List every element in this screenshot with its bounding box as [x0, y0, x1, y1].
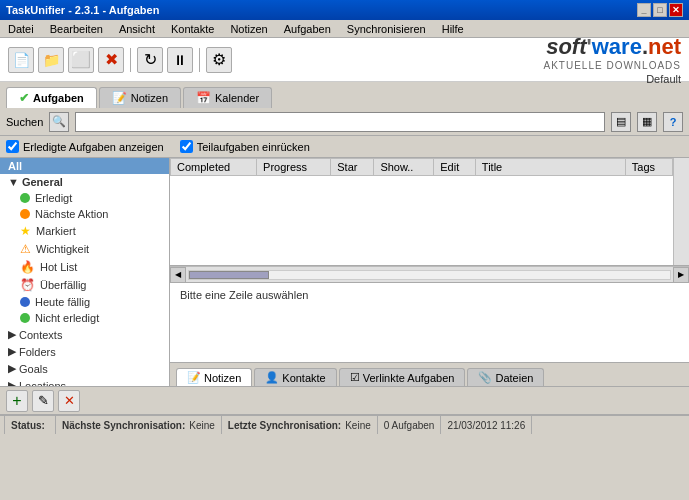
show-completed-checkbox[interactable] — [6, 140, 19, 153]
window-controls: _ □ ✕ — [637, 3, 683, 17]
btab-dateien[interactable]: 📎 Dateien — [467, 368, 544, 386]
sidebar-item-ueberfaellig[interactable]: ⏰ Überfällig — [0, 276, 169, 294]
datetime-segment: 21/03/2012 11:26 — [441, 416, 532, 434]
sidebar-general-header: ▼ General — [0, 174, 169, 190]
blank-button[interactable]: ⬜ — [68, 47, 94, 73]
folders-arrow-icon: ▶ — [8, 345, 16, 358]
tab-kalender[interactable]: 📅 Kalender — [183, 87, 272, 108]
refresh-button[interactable]: ↻ — [137, 47, 163, 73]
sidebar-general-label: General — [22, 176, 63, 188]
btab-dateien-label: Dateien — [495, 372, 533, 384]
btab-kontakte[interactable]: 👤 Kontakte — [254, 368, 336, 386]
header: 📄 📁 ⬜ ✖ ↻ ⏸ ⚙ soft'ware.net AKTUELLE DOW… — [0, 38, 689, 82]
search-button[interactable]: 🔍 — [49, 112, 69, 132]
btab-notizen[interactable]: 📝 Notizen — [176, 368, 252, 386]
sidebar: All ▼ General Erledigt Nächste Aktion ★ … — [0, 158, 170, 386]
star-icon: ★ — [20, 224, 31, 238]
sidebar-item-markiert[interactable]: ★ Markiert — [0, 222, 169, 240]
tab-aufgaben[interactable]: ✔ Aufgaben — [6, 87, 97, 108]
maximize-button[interactable]: □ — [653, 3, 667, 17]
scroll-thumb[interactable] — [189, 271, 269, 279]
indent-subtasks-checkbox[interactable] — [180, 140, 193, 153]
menu-bearbeiten[interactable]: Bearbeiten — [46, 22, 107, 36]
erledigt-icon — [20, 193, 30, 203]
stop-button[interactable]: ✖ — [98, 47, 124, 73]
next-sync-segment: Nächste Synchronisation: Keine — [56, 416, 222, 434]
minimize-button[interactable]: _ — [637, 3, 651, 17]
col-show[interactable]: Show.. — [374, 159, 434, 176]
files-btab-icon: 📎 — [478, 371, 492, 384]
close-button[interactable]: ✕ — [669, 3, 683, 17]
add-button[interactable]: + — [6, 390, 28, 412]
col-star[interactable]: Star — [331, 159, 374, 176]
col-edit[interactable]: Edit — [434, 159, 476, 176]
nicht-erledigt-icon — [20, 313, 30, 323]
col-completed[interactable]: Completed — [171, 159, 257, 176]
settings-button[interactable]: ⚙ — [206, 47, 232, 73]
action-buttons-bar: + ✎ ✕ — [0, 386, 689, 414]
menu-datei[interactable]: Datei — [4, 22, 38, 36]
sidebar-item-wichtigkeit[interactable]: ⚠ Wichtigkeit — [0, 240, 169, 258]
menu-hilfe[interactable]: Hilfe — [438, 22, 468, 36]
horizontal-scrollbar[interactable]: ◀ ▶ — [170, 266, 689, 282]
menu-kontakte[interactable]: Kontakte — [167, 22, 218, 36]
col-title[interactable]: Title — [475, 159, 625, 176]
vertical-scrollbar[interactable] — [673, 158, 689, 265]
search-input[interactable] — [75, 112, 605, 132]
scroll-right-button[interactable]: ▶ — [673, 267, 689, 283]
sidebar-erledigt-label: Erledigt — [35, 192, 72, 204]
sidebar-locations-label: Locations — [19, 380, 66, 387]
col-tags[interactable]: Tags — [625, 159, 672, 176]
view-toggle-button[interactable]: ▦ — [637, 112, 657, 132]
menu-aufgaben[interactable]: Aufgaben — [280, 22, 335, 36]
col-progress[interactable]: Progress — [257, 159, 331, 176]
sidebar-folders[interactable]: ▶ Folders — [0, 343, 169, 360]
sidebar-item-hotlist[interactable]: 🔥 Hot List — [0, 258, 169, 276]
sidebar-item-nicht-erledigt[interactable]: Nicht erledigt — [0, 310, 169, 326]
sidebar-item-heute-faellig[interactable]: Heute fällig — [0, 294, 169, 310]
show-completed-checkbox-label[interactable]: Erledigte Aufgaben anzeigen — [6, 140, 164, 153]
filter-options-button[interactable]: ▤ — [611, 112, 631, 132]
note-btab-icon: 📝 — [187, 371, 201, 384]
detail-message: Bitte eine Zeile auswählen — [180, 289, 308, 301]
menu-notizen[interactable]: Notizen — [226, 22, 271, 36]
last-sync-segment: Letzte Synchronisation: Keine — [222, 416, 378, 434]
tab-notizen[interactable]: 📝 Notizen — [99, 87, 181, 108]
new-file-button[interactable]: 📄 — [8, 47, 34, 73]
sidebar-heute-faellig-label: Heute fällig — [35, 296, 90, 308]
hotlist-icon: 🔥 — [20, 260, 35, 274]
options-bar: Erledigte Aufgaben anzeigen Teilaufgaben… — [0, 136, 689, 158]
btab-kontakte-label: Kontakte — [282, 372, 325, 384]
tab-kalender-label: Kalender — [215, 92, 259, 104]
scroll-left-button[interactable]: ◀ — [170, 267, 186, 283]
sidebar-hotlist-label: Hot List — [40, 261, 77, 273]
btab-verlinkte[interactable]: ☑ Verlinkte Aufgaben — [339, 368, 466, 386]
sidebar-locations[interactable]: ▶ Locations — [0, 377, 169, 386]
sidebar-item-erledigt[interactable]: Erledigt — [0, 190, 169, 206]
linked-btab-icon: ☑ — [350, 371, 360, 384]
tab-notizen-label: Notizen — [131, 92, 168, 104]
open-button[interactable]: 📁 — [38, 47, 64, 73]
logo-area: soft'ware.net AKTUELLE DOWNLOADS Default — [544, 34, 681, 85]
scroll-track[interactable] — [188, 270, 671, 280]
indent-subtasks-checkbox-label[interactable]: Teilaufgaben einrücken — [180, 140, 310, 153]
window-title: TaskUnifier - 2.3.1 - Aufgaben — [6, 4, 159, 16]
tab-bar: ✔ Aufgaben 📝 Notizen 📅 Kalender — [0, 82, 689, 108]
sidebar-goals[interactable]: ▶ Goals — [0, 360, 169, 377]
note-icon: 📝 — [112, 91, 127, 105]
delete-button[interactable]: ✕ — [58, 390, 80, 412]
menu-synchronisieren[interactable]: Synchronisieren — [343, 22, 430, 36]
next-sync-value: Keine — [189, 420, 215, 431]
pause-button[interactable]: ⏸ — [167, 47, 193, 73]
sidebar-all-item[interactable]: All — [0, 158, 169, 174]
sidebar-contexts[interactable]: ▶ Contexts — [0, 326, 169, 343]
goals-arrow-icon: ▶ — [8, 362, 16, 375]
title-bar: TaskUnifier - 2.3.1 - Aufgaben _ □ ✕ — [0, 0, 689, 20]
edit-button[interactable]: ✎ — [32, 390, 54, 412]
sidebar-naechste-aktion-label: Nächste Aktion — [35, 208, 108, 220]
task-table-container: Completed Progress Star Show.. Edit Titl… — [170, 158, 689, 266]
help-button[interactable]: ? — [663, 112, 683, 132]
sidebar-item-naechste-aktion[interactable]: Nächste Aktion — [0, 206, 169, 222]
menu-ansicht[interactable]: Ansicht — [115, 22, 159, 36]
toolbar-separator-2 — [199, 48, 200, 72]
